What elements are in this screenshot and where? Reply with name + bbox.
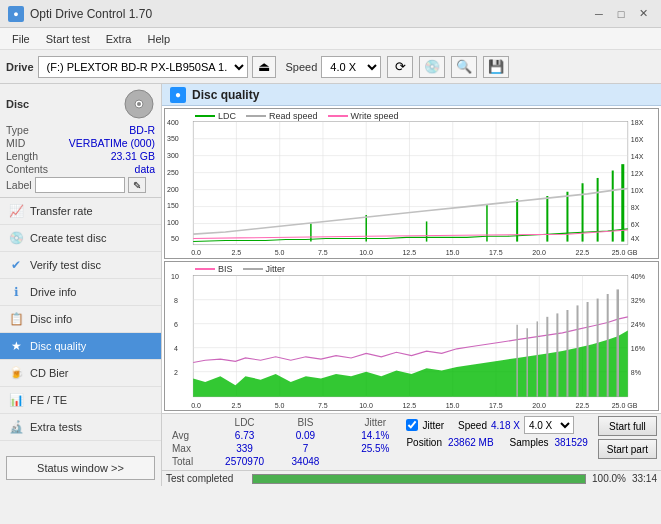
sidebar-item-fe-te[interactable]: 📊 FE / TE xyxy=(0,387,161,414)
menu-help[interactable]: Help xyxy=(139,28,178,50)
svg-text:10.0: 10.0 xyxy=(359,248,373,257)
sidebar: Disc Type BD-R MID VERBATIMe (000) Lengt… xyxy=(0,84,162,486)
jitter-checkbox[interactable] xyxy=(406,419,418,431)
window-controls: ─ □ ✕ xyxy=(589,5,653,23)
svg-text:5.0: 5.0 xyxy=(275,248,285,257)
svg-text:15.0: 15.0 xyxy=(446,400,460,410)
jitter-header: Jitter xyxy=(348,416,402,429)
write-speed-label: Write speed xyxy=(351,111,399,121)
progress-section: Test completed 100.0% 33:14 xyxy=(162,470,661,486)
read-speed-label: Read speed xyxy=(269,111,318,121)
total-label: Total xyxy=(166,455,210,468)
position-value: 23862 MB xyxy=(448,437,494,448)
svg-text:24%: 24% xyxy=(631,319,645,329)
maximize-button[interactable]: □ xyxy=(611,5,631,23)
sidebar-item-disc-info[interactable]: 📋 Disc info xyxy=(0,306,161,333)
svg-text:12X: 12X xyxy=(631,169,644,178)
drive-select[interactable]: (F:) PLEXTOR BD-R PX-LB950SA 1.06 xyxy=(38,56,248,78)
samples-value: 381529 xyxy=(554,437,587,448)
svg-text:20.0: 20.0 xyxy=(532,400,546,410)
charts-container: LDC Read speed Write speed xyxy=(162,106,661,413)
svg-text:14X: 14X xyxy=(631,152,644,161)
svg-text:10: 10 xyxy=(171,271,179,281)
refresh-button[interactable]: ⟳ xyxy=(387,56,413,78)
svg-text:18X: 18X xyxy=(631,118,644,127)
sidebar-item-transfer-rate[interactable]: 📈 Transfer rate xyxy=(0,198,161,225)
disc-quality-title: Disc quality xyxy=(192,88,259,102)
menu-extra[interactable]: Extra xyxy=(98,28,140,50)
samples-label: Samples xyxy=(510,437,549,448)
svg-text:20.0: 20.0 xyxy=(532,248,546,257)
jitter-color xyxy=(243,268,263,270)
close-button[interactable]: ✕ xyxy=(633,5,653,23)
menu-file[interactable]: File xyxy=(4,28,38,50)
position-label: Position xyxy=(406,437,442,448)
svg-text:0.0: 0.0 xyxy=(191,248,201,257)
svg-text:16X: 16X xyxy=(631,135,644,144)
type-value: BD-R xyxy=(129,124,155,136)
sidebar-item-label: Disc info xyxy=(30,313,72,325)
jitter-check-label: Jitter xyxy=(422,420,444,431)
speed-label: Speed xyxy=(286,61,318,73)
max-label: Max xyxy=(166,442,210,455)
eject-button[interactable]: ⏏ xyxy=(252,56,276,78)
menu-start-test[interactable]: Start test xyxy=(38,28,98,50)
sidebar-item-verify-test-disc[interactable]: ✔ Verify test disc xyxy=(0,252,161,279)
speed-select[interactable]: 4.0 X xyxy=(321,56,381,78)
progress-bar-inner xyxy=(253,475,585,483)
svg-text:17.5: 17.5 xyxy=(489,248,503,257)
sidebar-item-drive-info[interactable]: ℹ Drive info xyxy=(0,279,161,306)
sidebar-nav: 📈 Transfer rate 💿 Create test disc ✔ Ver… xyxy=(0,198,161,450)
ldc-chart-svg: 400 350 300 250 200 150 100 50 18X 16X 1… xyxy=(165,109,658,258)
max-jitter: 25.5% xyxy=(348,442,402,455)
drive-label: Drive xyxy=(6,61,34,73)
sidebar-item-label: Disc quality xyxy=(30,340,86,352)
disc-icon xyxy=(123,88,155,120)
total-ldc: 2570970 xyxy=(210,455,278,468)
sidebar-item-label: CD Bier xyxy=(30,367,69,379)
search-button[interactable]: 🔍 xyxy=(451,56,477,78)
label-input[interactable] xyxy=(35,177,125,193)
minimize-button[interactable]: ─ xyxy=(589,5,609,23)
start-part-button[interactable]: Start part xyxy=(598,439,657,459)
status-window-button[interactable]: Status window >> xyxy=(6,456,155,480)
svg-text:0.0: 0.0 xyxy=(191,400,201,410)
bis-color xyxy=(195,268,215,270)
start-full-button[interactable]: Start full xyxy=(598,416,657,436)
save-button[interactable]: 💾 xyxy=(483,56,509,78)
svg-text:250: 250 xyxy=(167,168,179,177)
position-row: Position 23862 MB Samples 381529 xyxy=(406,437,587,448)
speed-select-stats[interactable]: 4.0 X xyxy=(524,416,574,434)
jitter-chart-label: Jitter xyxy=(266,264,286,274)
sidebar-item-cd-bier[interactable]: 🍺 CD Bier xyxy=(0,360,161,387)
svg-text:100: 100 xyxy=(167,217,179,226)
svg-text:7.5: 7.5 xyxy=(318,400,328,410)
svg-rect-3 xyxy=(193,122,628,245)
disc-panel: Disc Type BD-R MID VERBATIMe (000) Lengt… xyxy=(0,84,161,198)
transfer-rate-icon: 📈 xyxy=(8,203,24,219)
sidebar-item-extra-tests[interactable]: 🔬 Extra tests xyxy=(0,414,161,441)
contents-label: Contents xyxy=(6,163,48,175)
label-edit-button[interactable]: ✎ xyxy=(128,177,146,193)
progress-bar-outer xyxy=(252,474,586,484)
sidebar-item-create-test-disc[interactable]: 💿 Create test disc xyxy=(0,225,161,252)
length-value: 23.31 GB xyxy=(111,150,155,162)
sidebar-item-label: Create test disc xyxy=(30,232,106,244)
disc-button[interactable]: 💿 xyxy=(419,56,445,78)
stats-table: LDC BIS Jitter Avg 6.73 0.09 14.1% xyxy=(166,416,402,468)
avg-row: Avg 6.73 0.09 14.1% xyxy=(166,429,402,442)
sidebar-item-disc-quality[interactable]: ★ Disc quality xyxy=(0,333,161,360)
legend-write-speed: Write speed xyxy=(328,111,399,121)
chart1-legend: LDC Read speed Write speed xyxy=(195,111,398,121)
legend-read-speed: Read speed xyxy=(246,111,318,121)
bis-chart-svg: 10 8 6 4 2 40% 32% 24% 16% 8% 0.0 2.5 5.… xyxy=(165,262,658,411)
disc-quality-icon-header: ● xyxy=(170,87,186,103)
svg-text:12.5: 12.5 xyxy=(402,400,416,410)
svg-text:2.5: 2.5 xyxy=(231,248,241,257)
length-label: Length xyxy=(6,150,38,162)
action-buttons: Start full Start part xyxy=(598,416,657,459)
stats-right-panel: Jitter Speed 4.18 X 4.0 X Position 23862… xyxy=(406,416,587,448)
sidebar-item-label: Verify test disc xyxy=(30,259,101,271)
legend-ldc: LDC xyxy=(195,111,236,121)
ldc-header: LDC xyxy=(210,416,278,429)
